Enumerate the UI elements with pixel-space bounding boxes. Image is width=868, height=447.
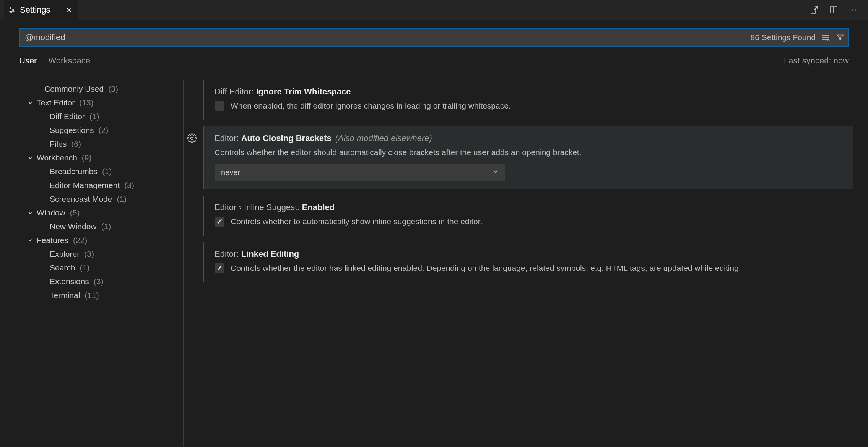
- tab-group: Settings: [4, 0, 78, 20]
- tree-item[interactable]: New Window (1): [23, 220, 179, 233]
- settings-content[interactable]: Diff Editor: Ignore Trim WhitespaceWhen …: [184, 80, 853, 447]
- scope-tabs: User Workspace: [19, 56, 90, 71]
- tree-item-count: (3): [94, 277, 104, 286]
- setting-description: Controls whether to automatically show i…: [231, 215, 482, 228]
- tree-item-count: (13): [79, 98, 93, 107]
- setting-control-row: When enabled, the diff editor ignores ch…: [215, 100, 844, 112]
- tree-item-count: (3): [84, 249, 94, 259]
- setting-description: When enabled, the diff editor ignores ch…: [231, 100, 511, 112]
- gear-icon[interactable]: [187, 133, 197, 143]
- svg-point-5: [11, 11, 12, 12]
- tree-item-count: (1): [101, 222, 111, 231]
- tree-item-label: Features: [37, 236, 68, 245]
- setting-item[interactable]: Editor: Linked EditingControls whether t…: [203, 242, 853, 283]
- chevron-down-icon: [27, 100, 34, 106]
- tree-item[interactable]: Window (5): [23, 206, 179, 220]
- search-row: 86 Settings Found: [0, 20, 868, 47]
- clear-search-icon[interactable]: [821, 33, 830, 42]
- svg-point-11: [849, 9, 850, 10]
- checkbox[interactable]: [215, 263, 224, 273]
- svg-point-13: [855, 9, 856, 10]
- tree-item-label: Commonly Used: [44, 84, 104, 94]
- titlebar: Settings: [0, 0, 868, 20]
- tree-item[interactable]: Diff Editor (1): [23, 110, 179, 123]
- tree-item-label: Extensions: [50, 277, 89, 286]
- tab-settings[interactable]: Settings: [4, 0, 78, 20]
- sync-status[interactable]: Last synced: now: [784, 56, 849, 71]
- setting-item[interactable]: Editor: Auto Closing Brackets(Also modif…: [203, 126, 853, 190]
- setting-description: Controls whether the editor has linked e…: [231, 262, 741, 274]
- tree-item-label: Terminal: [50, 291, 80, 300]
- modified-elsewhere-label: (Also modified elsewhere): [335, 133, 432, 143]
- scope-tab-workspace[interactable]: Workspace: [48, 56, 90, 71]
- tree-item[interactable]: Explorer (3): [23, 247, 179, 261]
- setting-prefix: Editor:: [215, 133, 241, 143]
- tree-item-count: (1): [102, 167, 112, 176]
- more-actions-icon[interactable]: [848, 5, 857, 15]
- tree-item-count: (11): [85, 291, 99, 300]
- tree-item-label: Explorer: [50, 249, 80, 259]
- tree-item[interactable]: Editor Management (3): [23, 178, 179, 192]
- setting-prefix: Editor › Inline Suggest:: [215, 202, 302, 212]
- setting-prefix: Editor:: [215, 249, 241, 259]
- search-count: 86 Settings Found: [751, 33, 816, 42]
- tree-item-label: Suggestions: [50, 126, 94, 135]
- tree-item-label: Search: [50, 263, 75, 272]
- chevron-down-icon: [27, 155, 34, 161]
- chevron-down-icon: [493, 168, 499, 176]
- tree-item[interactable]: Workbench (9): [23, 151, 179, 165]
- tree-item[interactable]: Extensions (3): [23, 275, 179, 288]
- scope-row: User Workspace Last synced: now: [0, 47, 868, 71]
- tree-item-label: Window: [37, 208, 65, 217]
- tree-item[interactable]: Files (6): [23, 137, 179, 151]
- svg-point-12: [852, 9, 853, 10]
- setting-name: Linked Editing: [241, 249, 299, 259]
- setting-prefix: Diff Editor:: [215, 87, 256, 96]
- setting-description: Controls whether the editor should autom…: [215, 146, 844, 159]
- filter-icon[interactable]: [835, 33, 845, 42]
- search-input[interactable]: [25, 32, 751, 42]
- setting-item[interactable]: Diff Editor: Ignore Trim WhitespaceWhen …: [203, 80, 853, 120]
- setting-name: Enabled: [302, 202, 335, 212]
- tree-item[interactable]: Commonly Used (3): [23, 82, 179, 96]
- select-dropdown[interactable]: never: [215, 164, 505, 181]
- close-icon[interactable]: [65, 6, 73, 14]
- tree-item-count: (9): [82, 153, 92, 162]
- tree-item[interactable]: Search (1): [23, 261, 179, 275]
- tree-item[interactable]: Text Editor (13): [23, 96, 179, 110]
- setting-name: Auto Closing Brackets: [241, 133, 332, 143]
- tree-item[interactable]: Suggestions (2): [23, 123, 179, 137]
- setting-title: Editor: Auto Closing Brackets(Also modif…: [215, 133, 844, 143]
- search-box[interactable]: 86 Settings Found: [19, 28, 849, 47]
- tree-item[interactable]: Breadcrumbs (1): [23, 165, 179, 178]
- scope-tab-user[interactable]: User: [19, 56, 37, 71]
- tree-item[interactable]: Terminal (11): [23, 288, 179, 302]
- tree-item-count: (6): [71, 139, 81, 149]
- open-changes-icon[interactable]: [810, 5, 819, 15]
- svg-point-4: [13, 9, 14, 10]
- tree-item-count: (2): [99, 126, 109, 135]
- settings-tab-icon: [8, 6, 16, 14]
- setting-item[interactable]: Editor › Inline Suggest: EnabledControls…: [203, 196, 853, 236]
- title-actions: [810, 5, 864, 15]
- setting-control-row: Controls whether to automatically show i…: [215, 215, 844, 228]
- settings-tree[interactable]: Commonly Used (3)Text Editor (13)Diff Ed…: [23, 80, 184, 447]
- tree-item[interactable]: Features (22): [23, 233, 179, 247]
- checkbox[interactable]: [215, 101, 224, 111]
- tree-item-label: Screencast Mode: [50, 194, 112, 204]
- tree-item-count: (1): [89, 112, 99, 121]
- chevron-down-icon: [27, 237, 34, 243]
- setting-title: Editor: Linked Editing: [215, 249, 844, 259]
- svg-point-3: [10, 7, 11, 8]
- settings-body: Commonly Used (3)Text Editor (13)Diff Ed…: [0, 71, 868, 447]
- svg-point-19: [191, 137, 193, 139]
- tree-item-label: Editor Management: [50, 181, 120, 190]
- tree-item-label: Workbench: [37, 153, 77, 162]
- search-actions: [821, 33, 845, 42]
- tree-item-label: New Window: [50, 222, 97, 231]
- split-editor-icon[interactable]: [829, 5, 838, 15]
- checkbox[interactable]: [215, 217, 224, 227]
- tree-item-count: (5): [70, 208, 80, 217]
- tree-item-count: (22): [73, 236, 87, 245]
- tree-item[interactable]: Screencast Mode (1): [23, 192, 179, 206]
